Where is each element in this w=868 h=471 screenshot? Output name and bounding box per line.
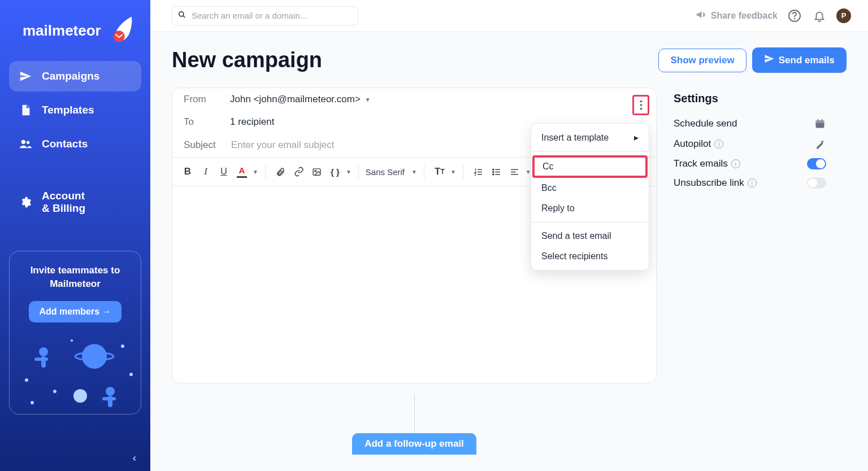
attach-button[interactable] — [272, 163, 289, 181]
document-icon — [19, 104, 32, 116]
dropdown-reply-to[interactable]: Reply to — [531, 198, 649, 219]
text-color-button[interactable]: A — [233, 163, 250, 181]
share-feedback-button[interactable]: Share feedback — [695, 9, 778, 23]
italic-button[interactable]: I — [197, 163, 214, 181]
sidebar-item-templates[interactable]: Templates — [9, 95, 141, 125]
brand-logo-icon — [107, 16, 133, 45]
dropdown-cc[interactable]: Cc — [532, 155, 648, 178]
topbar: Share feedback P — [150, 0, 868, 32]
add-followup-button[interactable]: Add a follow-up email — [352, 433, 476, 455]
avatar[interactable]: P — [836, 8, 851, 23]
notifications-button[interactable] — [811, 8, 827, 24]
setting-schedule-send[interactable]: Schedule send — [674, 117, 826, 130]
followup-section: Add a follow-up email — [172, 394, 657, 455]
chevron-right-icon: ▸ — [634, 132, 639, 143]
svg-point-3 — [82, 344, 107, 369]
setting-track-emails[interactable]: Track emails i — [674, 158, 826, 169]
svg-point-17 — [31, 401, 34, 404]
space-illustration — [10, 329, 141, 414]
svg-point-20 — [795, 18, 795, 19]
sidebar-item-label: Contacts — [42, 138, 88, 150]
from-label: From — [184, 94, 230, 105]
add-members-button[interactable]: Add members → — [29, 301, 121, 322]
svg-rect-30 — [816, 120, 824, 123]
unordered-list-button[interactable] — [488, 163, 505, 181]
collapse-sidebar-button[interactable] — [128, 452, 141, 465]
settings-title: Settings — [674, 92, 826, 105]
gear-icon — [19, 196, 32, 208]
svg-point-21 — [640, 101, 642, 103]
sidebar-item-label: Campaigns — [42, 70, 99, 82]
megaphone-icon — [695, 9, 706, 23]
svg-point-18 — [179, 11, 184, 16]
setting-unsubscribe-link[interactable]: Unsubscribe link i — [674, 177, 826, 189]
svg-point-6 — [39, 347, 48, 356]
from-row[interactable]: From John <john@mailmeteor.com> ▼ — [172, 88, 656, 111]
sidebar-item-contacts[interactable]: Contacts — [9, 129, 141, 159]
bold-button[interactable]: B — [179, 163, 196, 181]
send-emails-button[interactable]: Send emails — [752, 47, 847, 73]
sidebar-nav: Campaigns Templates Contacts — [0, 61, 150, 224]
svg-point-28 — [493, 173, 494, 175]
svg-point-14 — [71, 339, 73, 342]
page-title: New campaign — [172, 48, 322, 72]
show-preview-button[interactable]: Show preview — [658, 49, 746, 72]
brand[interactable]: mailmeteor — [0, 0, 150, 61]
send-icon — [19, 70, 32, 82]
invite-title: Invite teammates to Mailmeteor — [18, 264, 133, 291]
svg-rect-11 — [102, 397, 116, 400]
to-value: 1 recipient — [230, 116, 274, 128]
variables-button[interactable]: { } — [327, 163, 344, 181]
toggle-on[interactable] — [807, 158, 826, 169]
composer-dropdown: Insert a template ▸ Cc Bcc Repl — [531, 123, 649, 271]
svg-point-16 — [129, 373, 133, 376]
dropdown-insert-template[interactable]: Insert a template ▸ — [531, 127, 649, 148]
ordered-list-button[interactable] — [470, 163, 487, 181]
from-value: John <john@mailmeteor.com> — [230, 94, 361, 105]
svg-point-25 — [315, 170, 316, 172]
svg-rect-32 — [822, 119, 823, 121]
toggle-off[interactable] — [807, 177, 826, 189]
help-button[interactable] — [787, 8, 802, 24]
chevron-down-icon: ▼ — [365, 97, 371, 103]
svg-point-5 — [73, 389, 87, 403]
svg-point-15 — [53, 390, 57, 393]
to-label: To — [184, 116, 230, 128]
svg-point-26 — [493, 169, 494, 170]
dropdown-send-test[interactable]: Send a test email — [531, 226, 649, 246]
svg-point-12 — [25, 378, 28, 382]
setting-autopilot[interactable]: Autopilot i — [674, 138, 826, 150]
chevron-down-icon: ▼ — [253, 169, 258, 175]
page-header: New campaign Show preview Send emails — [172, 47, 847, 73]
svg-point-2 — [27, 141, 30, 145]
underline-button[interactable]: U — [215, 163, 232, 181]
svg-point-9 — [106, 387, 115, 396]
search-icon — [178, 11, 186, 21]
font-family-select[interactable]: Sans Serif ▼ — [366, 167, 417, 177]
connector-line — [414, 394, 415, 433]
people-icon — [19, 138, 32, 150]
dropdown-bcc[interactable]: Bcc — [531, 178, 649, 198]
chevron-down-icon: ▼ — [450, 169, 456, 175]
search-box[interactable] — [172, 6, 358, 25]
image-button[interactable] — [309, 163, 326, 181]
composer-more-button[interactable] — [632, 95, 649, 115]
info-icon: i — [731, 159, 740, 168]
svg-point-22 — [640, 104, 642, 106]
search-input[interactable] — [190, 10, 352, 21]
brand-name: mailmeteor — [23, 22, 101, 40]
chevron-down-icon: ▼ — [346, 169, 351, 175]
sidebar-item-label: Templates — [42, 104, 94, 116]
sidebar-item-label: Account & Billing — [42, 190, 85, 215]
dropdown-select-recipients[interactable]: Select recipients — [531, 246, 649, 267]
link-button[interactable] — [290, 163, 307, 181]
sidebar-item-campaigns[interactable]: Campaigns — [9, 61, 141, 91]
sidebar-item-account-billing[interactable]: Account & Billing — [9, 181, 141, 224]
calendar-icon — [814, 117, 826, 130]
svg-point-1 — [21, 140, 25, 144]
svg-rect-8 — [34, 357, 48, 361]
chevron-down-icon: ▼ — [411, 169, 417, 175]
font-size-button[interactable]: TT — [431, 163, 448, 181]
align-button[interactable] — [506, 163, 523, 181]
invite-teammates-card: Invite teammates to Mailmeteor Add membe… — [9, 251, 141, 415]
